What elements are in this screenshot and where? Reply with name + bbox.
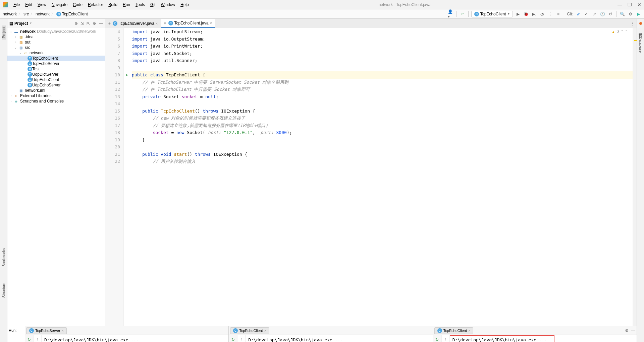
more-run-button[interactable]: ▶ xyxy=(635,11,641,17)
breadcrumb-item[interactable]: network xyxy=(3,12,17,16)
menu-tools[interactable]: Tools xyxy=(133,2,148,7)
run-tab[interactable]: CTcpEchoClient× xyxy=(434,327,474,334)
editor-tab[interactable]: ◈CTcpEchoClient.java× xyxy=(161,19,215,28)
settings-button[interactable]: ⚙ xyxy=(627,11,633,17)
menu-build[interactable]: Build xyxy=(106,2,120,7)
tab-bookmarks[interactable]: Bookmarks xyxy=(2,247,6,268)
notification-dot[interactable] xyxy=(639,22,642,25)
breadcrumb: network 〉 src 〉 network 〉 CTcpEchoClient xyxy=(3,11,88,17)
hide-icon[interactable]: — xyxy=(631,328,635,333)
chevron-down-icon[interactable]: ˅ xyxy=(625,29,627,34)
editor-gutter[interactable]: 45678910▶111213141516171819202122 xyxy=(105,28,124,326)
search-button[interactable]: 🔍 xyxy=(619,11,625,17)
tree-node-udpechoserver[interactable]: CUdpEchoServer xyxy=(7,82,105,88)
menu-refactor[interactable]: Refactor xyxy=(85,2,106,7)
close-tab-icon[interactable]: × xyxy=(210,21,212,25)
scratches[interactable]: › ◈ Scratches and Consoles xyxy=(7,98,105,104)
tree-node-tcpechoclient[interactable]: CTcpEchoClient xyxy=(7,56,105,61)
menu-file[interactable]: File xyxy=(11,2,22,7)
back-icon[interactable]: ↶ xyxy=(460,11,466,17)
folder-icon: ▤ xyxy=(9,21,13,26)
tab-structure[interactable]: Structure xyxy=(2,281,6,299)
history-button[interactable]: 🕘 xyxy=(599,11,605,17)
expand-all-icon[interactable]: ⇲ xyxy=(80,21,84,26)
commit-button[interactable]: ✓ xyxy=(583,11,589,17)
user-icon[interactable]: 👤▾ xyxy=(448,11,454,17)
minimize-button[interactable]: — xyxy=(618,2,622,7)
rollback-button[interactable]: ↺ xyxy=(607,11,613,17)
menu-view[interactable]: View xyxy=(35,2,49,7)
stop-button[interactable]: ■ xyxy=(555,11,561,17)
menu-git[interactable]: Git xyxy=(148,2,158,7)
settings-icon[interactable]: ⚙ xyxy=(93,21,96,26)
editor-tabs-more[interactable]: ⋮ xyxy=(629,19,637,28)
up-icon[interactable]: ↑ xyxy=(240,337,243,341)
run-output[interactable]: D:\develop\Java\JDK\bin\java.exe ...> hi… xyxy=(450,335,637,342)
coverage-button[interactable]: ▶. xyxy=(531,11,537,17)
menu-navigate[interactable]: Navigate xyxy=(49,2,70,7)
tree-node-src[interactable]: ⌄▥src xyxy=(7,45,105,50)
editor-body[interactable]: ▲ 3 ˄ ˅ 45678910▶11121314151617181920212… xyxy=(105,28,637,326)
push-button[interactable]: ↗ xyxy=(591,11,597,17)
menu-run[interactable]: Run xyxy=(120,2,133,7)
maximize-button[interactable]: ❐ xyxy=(628,2,632,7)
close-tab-icon[interactable]: × xyxy=(468,329,470,333)
hide-icon[interactable]: — xyxy=(99,21,103,26)
attach-button[interactable]: ⋮ xyxy=(547,11,553,17)
menu-help[interactable]: Help xyxy=(178,2,192,7)
tree-root[interactable]: ⌄ ▬ network D:\study\JavaCode\2023\netwo… xyxy=(7,29,105,34)
menu-code[interactable]: Code xyxy=(70,2,85,7)
tree-node-test[interactable]: CTest xyxy=(7,66,105,72)
chevron-up-icon[interactable]: ˄ xyxy=(621,29,623,34)
menu-edit[interactable]: Edit xyxy=(22,2,35,7)
chevron-right-icon: 〉 xyxy=(30,11,34,17)
run-tab[interactable]: CTcpEchoClient× xyxy=(230,327,269,334)
project-tree[interactable]: ⌄ ▬ network D:\study\JavaCode\2023\netwo… xyxy=(7,28,105,326)
up-icon[interactable]: ↑ xyxy=(37,337,39,341)
run-output[interactable]: D:\develop\Java\JDK\bin\java.exe ...> he… xyxy=(246,335,432,342)
breadcrumb-file[interactable]: CTcpEchoClient xyxy=(56,12,88,16)
external-libraries[interactable]: › ⊪ External Libraries xyxy=(7,93,105,98)
editor-scrollbar[interactable] xyxy=(633,28,637,326)
right-tool-tabs-lower xyxy=(637,326,644,342)
run-button[interactable]: ▶ xyxy=(515,11,521,17)
breadcrumb-item[interactable]: src xyxy=(23,12,29,16)
project-dropdown[interactable]: ▤ Project ▼ xyxy=(9,21,32,26)
code-content[interactable]: import java.io.InputStream;import java.i… xyxy=(124,28,637,326)
close-tab-icon[interactable]: × xyxy=(156,21,158,25)
run-left-toolbar: ↻▶■📷⊞📌 xyxy=(229,335,237,342)
select-opened-icon[interactable]: ⊕ xyxy=(74,21,78,26)
tree-node-network[interactable]: ⌄▭network xyxy=(7,50,105,56)
chevron-right-icon: › xyxy=(9,99,13,103)
close-button[interactable]: ✕ xyxy=(637,2,641,7)
run-config-selector[interactable]: C TcpEchoClient ▼ xyxy=(471,11,513,17)
tree-node-network-iml[interactable]: ▦network.iml xyxy=(7,88,105,93)
tab-codefile[interactable]: 代码文件 xyxy=(638,29,643,31)
run-gutter-icon[interactable]: ▶ xyxy=(126,71,128,79)
debug-button[interactable]: 🐞 xyxy=(523,11,529,17)
tab-project[interactable]: Project xyxy=(2,25,6,40)
editor-tab[interactable]: ◈CTcpEchoServer.java× xyxy=(105,19,161,28)
run-tab[interactable]: CTcpEchoServer× xyxy=(26,327,67,334)
tree-node-tcpechoserver[interactable]: CTcpEchoServer xyxy=(7,61,105,66)
breadcrumb-item[interactable]: network xyxy=(36,12,50,16)
close-tab-icon[interactable]: × xyxy=(62,329,64,333)
tree-node--idea[interactable]: ›▥.idea xyxy=(7,34,105,40)
gear-icon[interactable]: ⚙ xyxy=(625,328,629,333)
tree-arrow-icon: › xyxy=(13,35,18,39)
rerun-icon[interactable]: ↻ xyxy=(26,337,32,342)
collapse-all-icon[interactable]: ⇱ xyxy=(87,21,90,26)
tab-database[interactable]: Database xyxy=(639,36,643,54)
up-icon[interactable]: ↑ xyxy=(444,337,446,341)
update-button[interactable]: ⇙ xyxy=(575,11,581,17)
editor-inspections[interactable]: ▲ 3 ˄ ˅ xyxy=(611,29,627,34)
rerun-icon[interactable]: ↻ xyxy=(230,337,236,342)
profile-button[interactable]: ◔ xyxy=(539,11,545,17)
tree-node-udpdictserver[interactable]: CUdpDictServer xyxy=(7,72,105,77)
run-output[interactable]: D:\develop\Java\JDK\bin\java.exe ...服务器已… xyxy=(42,335,228,342)
tree-node-udpechoclient[interactable]: CUdpEchoClient xyxy=(7,77,105,82)
rerun-icon[interactable]: ↻ xyxy=(434,337,440,342)
tree-node-out[interactable]: ›▥out xyxy=(7,40,105,45)
menu-window[interactable]: Window xyxy=(158,2,178,7)
close-tab-icon[interactable]: × xyxy=(264,329,266,333)
